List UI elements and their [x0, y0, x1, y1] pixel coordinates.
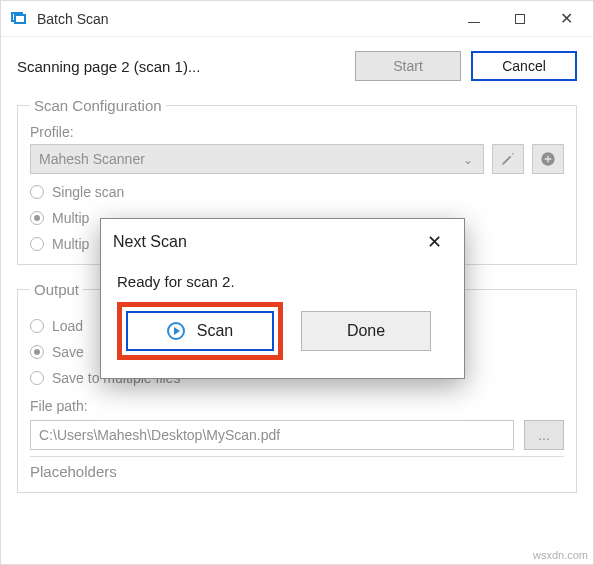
radio-icon — [30, 185, 44, 199]
filepath-label: File path: — [30, 398, 564, 414]
browse-button[interactable]: ... — [524, 420, 564, 450]
cancel-button[interactable]: Cancel — [471, 51, 577, 81]
dialog-titlebar: Next Scan ✕ — [101, 219, 464, 265]
minimize-button[interactable] — [451, 1, 497, 37]
dialog-close-button[interactable]: ✕ — [416, 224, 452, 260]
dialog-body: Ready for scan 2. Scan Done — [101, 265, 464, 378]
title-bar: Batch Scan ✕ — [1, 1, 593, 37]
dialog-title: Next Scan — [113, 233, 187, 251]
window-title: Batch Scan — [37, 11, 109, 27]
radio-icon — [30, 371, 44, 385]
radio-icon — [30, 345, 44, 359]
radio-icon — [30, 211, 44, 225]
radio-icon — [30, 237, 44, 251]
profile-label: Profile: — [30, 124, 564, 140]
play-circle-icon — [167, 322, 185, 340]
next-scan-dialog: Next Scan ✕ Ready for scan 2. Scan Done — [100, 218, 465, 379]
radio-save-single-label: Save — [52, 344, 84, 360]
profile-value: Mahesh Scanner — [39, 151, 145, 167]
profile-combo[interactable]: Mahesh Scanner ⌄ — [30, 144, 484, 174]
radio-multi2-label: Multip — [52, 236, 89, 252]
chevron-down-icon: ⌄ — [463, 153, 473, 167]
scan-configuration-legend: Scan Configuration — [30, 97, 166, 114]
start-button[interactable]: Start — [355, 51, 461, 81]
status-text: Scanning page 2 (scan 1)... — [17, 58, 345, 75]
output-legend: Output — [30, 281, 83, 298]
scan-button[interactable]: Scan — [126, 311, 274, 351]
add-profile-button[interactable] — [532, 144, 564, 174]
plus-circle-icon — [540, 151, 556, 167]
radio-load-label: Load — [52, 318, 83, 334]
maximize-button[interactable] — [497, 1, 543, 37]
status-row: Scanning page 2 (scan 1)... Start Cancel — [17, 51, 577, 81]
filepath-input[interactable]: C:\Users\Mahesh\Desktop\MyScan.pdf — [30, 420, 514, 450]
scan-button-label: Scan — [197, 322, 233, 340]
app-icon — [11, 10, 29, 28]
radio-multi1-label: Multip — [52, 210, 89, 226]
dialog-message: Ready for scan 2. — [117, 273, 448, 290]
radio-single-label: Single scan — [52, 184, 124, 200]
close-button[interactable]: ✕ — [543, 1, 589, 37]
radio-icon — [30, 319, 44, 333]
radio-single-scan[interactable]: Single scan — [30, 184, 564, 200]
scan-button-highlight: Scan — [117, 302, 283, 360]
edit-profile-button[interactable] — [492, 144, 524, 174]
watermark: wsxdn.com — [533, 549, 588, 561]
placeholders-link[interactable]: Placeholders — [30, 456, 564, 480]
filepath-value: C:\Users\Mahesh\Desktop\MyScan.pdf — [39, 427, 280, 443]
pencil-icon — [500, 151, 516, 167]
done-button[interactable]: Done — [301, 311, 431, 351]
